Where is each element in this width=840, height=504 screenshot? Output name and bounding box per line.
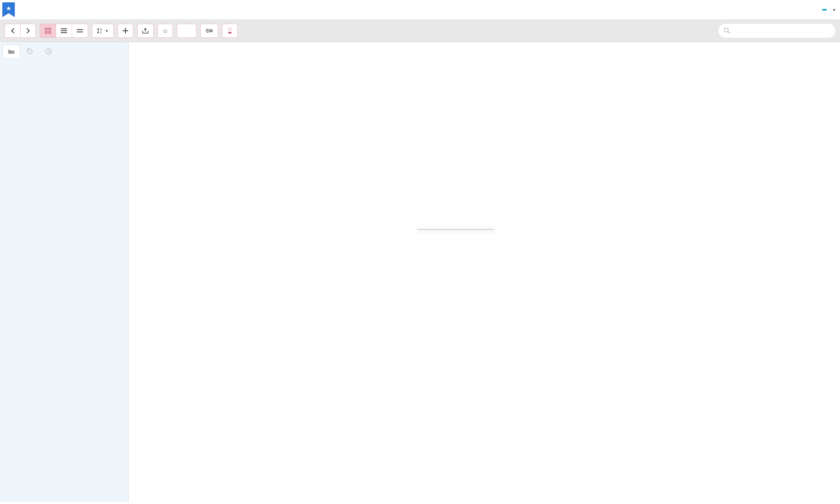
svg-point-14	[207, 30, 208, 32]
svg-rect-17	[228, 28, 231, 30]
toolbar: AZ ▼ ☆	[0, 20, 840, 42]
search-input[interactable]	[733, 28, 830, 34]
tag-icon	[27, 48, 33, 55]
folder-icon	[8, 49, 15, 54]
back-button[interactable]	[5, 24, 20, 38]
sidebar-tab-tags[interactable]	[21, 44, 39, 58]
select-mode-button[interactable]	[222, 24, 238, 38]
svg-line-20	[728, 32, 730, 33]
svg-text:A: A	[100, 28, 102, 31]
sort-az-icon: AZ	[97, 28, 103, 34]
compact-icon	[77, 29, 83, 33]
grid-icon	[45, 28, 51, 34]
svg-text:Z: Z	[100, 31, 102, 34]
grid-view-button[interactable]	[40, 24, 56, 38]
nav-group	[5, 24, 36, 38]
filter-all-button[interactable]	[177, 24, 196, 38]
app-logo[interactable]: ★	[2, 2, 18, 17]
user-menu[interactable]: ▼	[822, 8, 836, 12]
gears-icon	[205, 28, 213, 33]
sidebar-tab-recent[interactable]	[40, 44, 58, 58]
add-button[interactable]	[118, 24, 133, 38]
favorite-button[interactable]: ☆	[157, 24, 173, 38]
svg-rect-18	[228, 32, 231, 33]
sort-button[interactable]: AZ ▼	[92, 24, 114, 38]
settings-button[interactable]	[200, 24, 218, 38]
compact-view-button[interactable]	[72, 24, 88, 38]
folder-tree	[0, 58, 128, 502]
search-icon	[724, 28, 730, 34]
caret-down-icon: ▼	[832, 8, 836, 12]
svg-point-19	[724, 28, 728, 32]
bookmark-star-icon: ★	[2, 2, 15, 17]
svg-rect-1	[49, 28, 51, 30]
svg-point-16	[211, 30, 212, 31]
view-group	[40, 24, 88, 38]
share-button[interactable]	[137, 24, 154, 38]
sidebar-tabs	[0, 42, 128, 58]
main	[0, 42, 840, 502]
plus-icon	[123, 28, 128, 33]
content-area[interactable]	[129, 42, 840, 502]
list-icon	[61, 28, 67, 33]
clock-icon	[46, 48, 52, 55]
svg-rect-2	[45, 32, 47, 33]
sidebar	[0, 42, 129, 502]
pro-badge	[822, 9, 827, 11]
list-view-button[interactable]	[56, 24, 72, 38]
chevron-left-icon	[11, 28, 15, 33]
svg-rect-3	[49, 32, 51, 33]
chevron-right-icon	[26, 28, 30, 33]
search-box[interactable]	[718, 24, 835, 38]
star-icon: ☆	[162, 27, 168, 35]
forward-button[interactable]	[20, 24, 36, 38]
svg-rect-0	[45, 28, 47, 30]
caret-down-icon: ▼	[105, 29, 109, 33]
svg-point-21	[28, 49, 30, 51]
app-header: ★ ▼	[0, 0, 840, 20]
context-menu	[417, 229, 495, 230]
select-icon	[227, 28, 233, 34]
share-icon	[142, 28, 148, 33]
sidebar-tab-folders[interactable]	[2, 44, 20, 58]
